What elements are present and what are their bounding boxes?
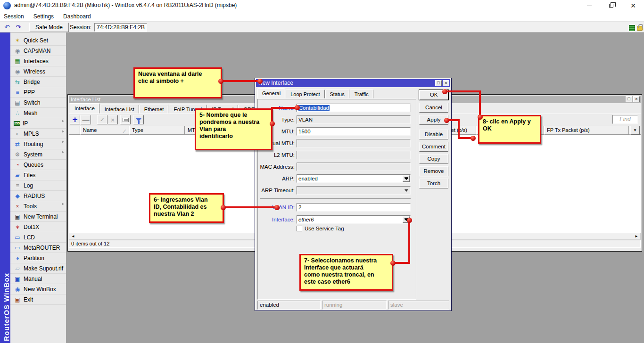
use-service-tag-checkbox[interactable] [297, 226, 302, 231]
interface-list-maximize-button[interactable]: □ [626, 96, 632, 102]
sidebar-item-wireless[interactable]: ◉Wireless [10, 66, 66, 77]
sidebar-item-make-supout-rif[interactable]: ▱Make Supout.rif [10, 263, 66, 274]
callout-step6: 6- Ingresamos Vlan ID, Contabilidad es n… [149, 193, 224, 223]
callout-connector-dot [444, 118, 449, 123]
sidebar-item-new-terminal[interactable]: ▣New Terminal [10, 212, 66, 222]
sidebar-item-ppp[interactable]: ≡PPP [10, 87, 66, 98]
undo-button[interactable]: ↶ [2, 23, 12, 32]
interface-list-close-button[interactable]: × [633, 96, 640, 102]
dialog-tab-status[interactable]: Status [325, 90, 349, 98]
dialog-status-running: running [322, 301, 387, 310]
arp-input[interactable]: enabled [297, 174, 411, 183]
sidebar-item-label: Interfaces [24, 58, 49, 65]
scroll-left-icon[interactable]: ◄ [70, 234, 76, 239]
column-select-button[interactable]: ▼ [630, 126, 640, 135]
comment-card-icon [123, 118, 129, 122]
torch-button[interactable]: Torch [419, 179, 448, 188]
callout-connector-dot [221, 205, 226, 210]
sidebar-item-system[interactable]: ⚙System [10, 149, 66, 160]
comment-button[interactable] [120, 115, 131, 124]
sidebar-item-switch[interactable]: ▤Switch [10, 98, 66, 108]
dropdown-button[interactable] [403, 175, 410, 182]
name-input[interactable]: Contabilidad [297, 104, 411, 112]
sidebar-item-new-winbox[interactable]: ◉New WinBox [10, 284, 66, 294]
menu-item-session[interactable]: Session [4, 13, 24, 20]
close-button[interactable]: ✕ [625, 0, 641, 11]
sidebar-item-partition[interactable]: ◕Partition [10, 253, 66, 263]
remove-button[interactable]: Remove [419, 166, 448, 176]
dialog-tab-loop-protect[interactable]: Loop Protect [286, 90, 324, 98]
sidebar-item-tools[interactable]: ×Tools [10, 201, 66, 212]
menu-item-settings[interactable]: Settings [33, 13, 54, 20]
log-icon: ≡ [14, 182, 21, 189]
sidebar-item-exit[interactable]: ▣Exit [10, 294, 66, 305]
l2-mtu-input[interactable] [297, 151, 411, 159]
dialog-close-button[interactable]: × [443, 80, 449, 86]
sidebar-item-files[interactable]: ▰Files [10, 170, 66, 180]
sidebar-item-capsman[interactable]: ◉CAPsMAN [10, 46, 66, 56]
sidebar-item-manual[interactable]: ▣Manual [10, 274, 66, 284]
arp-timeout-input[interactable] [297, 186, 411, 195]
column-header-type[interactable]: Type [129, 126, 185, 135]
titlebar: admin@74:4D:28:B9:F4:2B (MikroTik) - Win… [0, 0, 644, 11]
sidebar-item-quick-set[interactable]: ✶Quick Set [10, 35, 66, 46]
sidebar-item-mesh[interactable]: ∴Mesh [10, 108, 66, 118]
field-row-interface: Interface:ether6 [255, 215, 452, 224]
safe-mode-button[interactable]: Safe Mode [29, 23, 69, 32]
interface-input[interactable]: ether6 [297, 215, 411, 224]
minimize-button[interactable] [581, 0, 597, 11]
dialog-tab-traffic[interactable]: Traffic [350, 90, 373, 98]
add-button[interactable]: + [70, 115, 80, 124]
tab-interface[interactable]: Interface [70, 103, 99, 114]
redo-button[interactable]: ↷ [13, 23, 24, 32]
submenu-arrow-icon [62, 120, 64, 122]
callout-connector [479, 90, 481, 117]
dialog-titlebar[interactable]: New Interface □ × [256, 79, 450, 87]
remove-button[interactable]: — [81, 115, 91, 124]
actual-mtu-input[interactable] [297, 139, 411, 147]
sidebar-item-dot1x[interactable]: ∗Dot1X [10, 222, 66, 232]
sidebar-item-queues[interactable]: ◔Queues [10, 160, 66, 170]
sidebar-item-metarouter[interactable]: ▭MetaROUTER [10, 243, 66, 253]
sidebar-item-routing[interactable]: ⇄Routing [10, 139, 66, 149]
menu-item-dashboard[interactable]: Dashboard [63, 13, 91, 20]
tab-ethernet[interactable]: Ethernet [140, 105, 169, 114]
find-button[interactable]: Find [612, 115, 638, 124]
sidebar-item-mpls[interactable]: ◐MPLS [10, 129, 66, 139]
tab-interface-list[interactable]: Interface List [100, 105, 139, 114]
comment-button[interactable]: Comment [419, 142, 448, 152]
copy-button[interactable]: Copy [419, 154, 448, 164]
sidebar-item-log[interactable]: ≡Log [10, 180, 66, 191]
column-header-fp_tx_packet[interactable]: FP Tx Packet (p/s) [544, 126, 629, 135]
vlan-id-input[interactable]: 2 [297, 203, 411, 212]
sidebar: ✶Quick Set◉CAPsMAN▦Interfaces◉Wireless⇆B… [10, 33, 66, 343]
mac-address-input[interactable] [297, 163, 411, 171]
sidebar-item-label: Routing [24, 141, 43, 147]
mtu-input[interactable]: 1500 [297, 127, 411, 136]
cancel-button[interactable]: Cancel [419, 103, 448, 113]
queues-icon: ◔ [14, 162, 21, 168]
filter-button[interactable] [133, 115, 144, 124]
restore-icon [609, 4, 613, 8]
field-label: ARP: [255, 176, 295, 181]
session-label: Session: [70, 24, 91, 31]
sidebar-item-bridge[interactable]: ⇆Bridge [10, 77, 66, 87]
submenu-arrow-icon [62, 203, 64, 205]
sidebar-item-ip[interactable]: 255IP [10, 118, 66, 129]
sidebar-item-label: Mesh [24, 110, 37, 116]
type-input[interactable]: VLAN [297, 115, 411, 124]
column-header-name[interactable]: Name∕ [80, 126, 129, 135]
enable-button[interactable]: ✓ [97, 115, 107, 124]
dialog-tab-general[interactable]: General [257, 88, 285, 98]
session-value[interactable]: 74:4D:28:B9:F4:2B [94, 23, 147, 32]
dialog-maximize-button[interactable]: □ [435, 80, 442, 86]
sidebar-item-interfaces[interactable]: ▦Interfaces [10, 56, 66, 66]
sidebar-item-radius[interactable]: ◆RADIUS [10, 191, 66, 201]
scroll-right-icon[interactable]: ► [633, 234, 640, 239]
disable-button[interactable]: × [107, 115, 118, 124]
chevron-down-icon[interactable] [405, 189, 408, 192]
disable-button[interactable]: Disable [419, 130, 448, 139]
restore-button[interactable] [603, 0, 619, 11]
sidebar-item-lcd[interactable]: ▭LCD [10, 232, 66, 243]
lcd-icon: ▭ [14, 234, 21, 241]
